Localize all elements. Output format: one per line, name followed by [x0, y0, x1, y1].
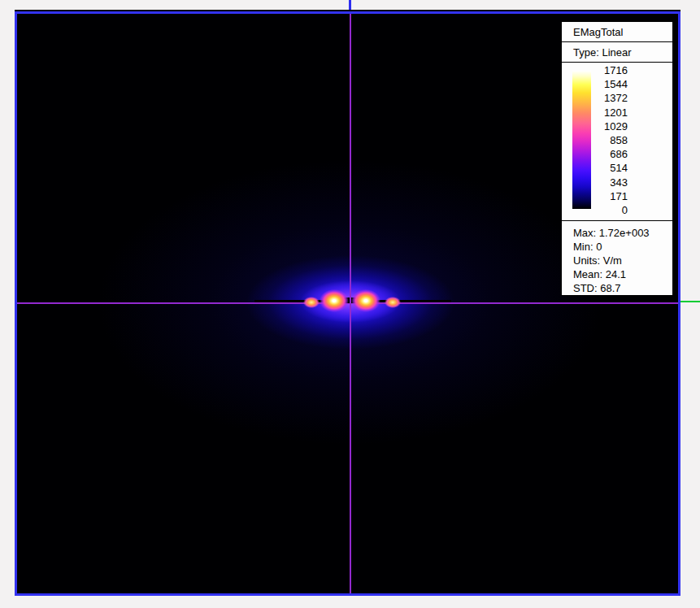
vertical-crosshair-line [350, 14, 351, 593]
colorbar-gradient [572, 71, 591, 209]
legend-scale-type: Type: Linear [562, 42, 672, 63]
field-hotspot-small-right [385, 297, 401, 308]
colorbar-tick-label: 1544 [604, 79, 628, 89]
legend-stat-line: Min: 0 [573, 240, 672, 254]
field-hotspot-small-left [303, 297, 320, 308]
vertical-axis-stub-icon [349, 0, 351, 10]
legend-stat-line: STD: 68.7 [573, 281, 672, 295]
horizontal-axis-stub-icon [680, 301, 700, 302]
colorbar-tick-label: 1029 [604, 121, 628, 132]
colorbar-tick-label: 0 [622, 205, 628, 215]
legend-title: EMagTotal [562, 22, 672, 42]
field-hotspot-main-left [320, 289, 349, 312]
field-legend-panel[interactable]: EMagTotal Type: Linear 17161544137212011… [561, 21, 673, 296]
colorbar-tick-label: 343 [610, 177, 628, 188]
legend-color-scale: 171615441372120110298586865143431710 [562, 63, 672, 221]
field-plot-window: EMagTotal Type: Linear 17161544137212011… [0, 0, 700, 608]
colorbar-tick-label: 686 [610, 149, 628, 159]
colorbar-tick-label: 1716 [604, 65, 628, 76]
legend-stat-line: Mean: 24.1 [573, 267, 672, 281]
colorbar-tick-label: 1372 [604, 93, 628, 103]
colorbar-ticks: 171615441372120110298586865143431710 [591, 65, 628, 215]
colorbar-tick-label: 171 [610, 191, 628, 202]
colorbar-tick-label: 1201 [604, 107, 628, 118]
legend-stat-line: Units: V/m [573, 254, 672, 267]
legend-statistics: Max: 1.72e+003Min: 0Units: V/mMean: 24.1… [562, 221, 672, 295]
legend-stat-line: Max: 1.72e+003 [573, 226, 672, 240]
colorbar-tick-label: 514 [610, 163, 628, 173]
field-hotspot-main-right [351, 289, 380, 312]
colorbar-tick-label: 858 [610, 135, 628, 145]
